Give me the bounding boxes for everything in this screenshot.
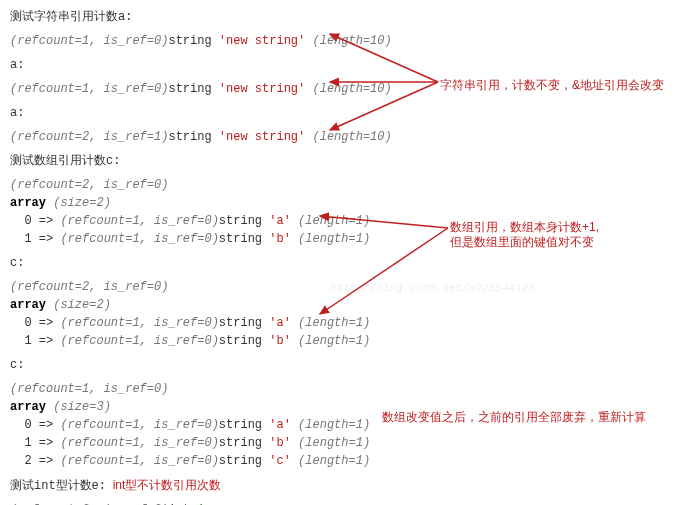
sec7-note: int型不计数引用次数: [106, 478, 221, 492]
array-kw: array: [10, 298, 46, 312]
sec6-title: c:: [10, 356, 688, 374]
key-text: 0: [10, 418, 39, 432]
sec4-title: 测试数组引用计数c:: [10, 152, 688, 170]
arrow-text: =>: [39, 334, 53, 348]
sec6-row2: 2 => (refcount=1, is_ref=0)string 'c' (l…: [10, 452, 688, 470]
value-text: 'a': [269, 214, 291, 228]
sec3-dump: (refcount=2, is_ref=1)string 'new string…: [10, 128, 688, 146]
refcount-text: (refcount=1, is_ref=0): [53, 316, 219, 330]
sec5-row0: 0 => (refcount=1, is_ref=0)string 'a' (l…: [10, 314, 688, 332]
type-text: string: [219, 214, 269, 228]
value-text: 'a': [269, 418, 291, 432]
key-text: 0: [10, 316, 39, 330]
sec4-array: array (size=2): [10, 194, 688, 212]
length-text: (length=1): [291, 232, 370, 246]
sec1-dump: (refcount=1, is_ref=0)string 'new string…: [10, 32, 688, 50]
value-text: 'new string': [219, 82, 305, 96]
sec5-title: c:: [10, 254, 688, 272]
sec4-ref: (refcount=2, is_ref=0): [10, 176, 688, 194]
type-text: string: [219, 436, 269, 450]
type-text: string: [168, 82, 218, 96]
refcount-text: (refcount=1, is_ref=0): [53, 418, 219, 432]
arrow-text: =>: [39, 418, 53, 432]
sec7-dump: (refcount=0, is_ref=0)int 1: [10, 501, 688, 505]
value-text: 'new string': [219, 130, 305, 144]
refcount-text: (refcount=1, is_ref=0): [53, 232, 219, 246]
sec7-line: 测试int型计数e: int型不计数引用次数: [10, 476, 688, 495]
array-size: (size=2): [46, 298, 111, 312]
sec7-title: 测试int型计数e:: [10, 479, 106, 493]
arrow-text: =>: [39, 436, 53, 450]
array-size: (size=3): [46, 400, 111, 414]
array-kw: array: [10, 196, 46, 210]
type-text: string: [219, 334, 269, 348]
value-text: 'a': [269, 316, 291, 330]
arrow-text: =>: [39, 214, 53, 228]
value-text: 'b': [269, 334, 291, 348]
length-text: (length=10): [305, 130, 391, 144]
length-text: (length=1): [291, 334, 370, 348]
refcount-text: (refcount=1, is_ref=0): [10, 34, 168, 48]
value-text: 'b': [269, 436, 291, 450]
array-kw: array: [10, 400, 46, 414]
type-text: string: [168, 130, 218, 144]
sec5-row1: 1 => (refcount=1, is_ref=0)string 'b' (l…: [10, 332, 688, 350]
length-text: (length=10): [305, 34, 391, 48]
sec5-array: array (size=2): [10, 296, 688, 314]
length-text: (length=1): [291, 436, 370, 450]
refcount-text: (refcount=1, is_ref=0): [10, 82, 168, 96]
length-text: (length=1): [291, 214, 370, 228]
sec6-row1: 1 => (refcount=1, is_ref=0)string 'b' (l…: [10, 434, 688, 452]
sec1-title: 测试字符串引用计数a:: [10, 8, 688, 26]
key-text: 1: [10, 334, 39, 348]
type-text: string: [219, 454, 269, 468]
watermark: http://blog.csdn.net/a923544197: [330, 280, 535, 297]
arrow-text: =>: [39, 316, 53, 330]
annotation-string: 字符串引用，计数不变，&地址引用会改变: [440, 76, 664, 94]
value-text: 'b': [269, 232, 291, 246]
sec6-ref: (refcount=1, is_ref=0): [10, 380, 688, 398]
annotation-change: 数组改变值之后，之前的引用全部废弃，重新计算: [382, 408, 646, 426]
refcount-text: (refcount=1, is_ref=0): [53, 436, 219, 450]
type-text: string: [219, 232, 269, 246]
sec3-title: a:: [10, 104, 688, 122]
type-text: string: [219, 316, 269, 330]
arrow-text: =>: [39, 454, 53, 468]
length-text: (length=1): [291, 418, 370, 432]
length-text: (length=1): [291, 316, 370, 330]
type-text: string: [168, 34, 218, 48]
length-text: (length=1): [291, 454, 370, 468]
key-text: 2: [10, 454, 39, 468]
refcount-text: (refcount=1, is_ref=0): [53, 334, 219, 348]
key-text: 1: [10, 436, 39, 450]
refcount-text: (refcount=2, is_ref=1): [10, 130, 168, 144]
arrow-text: =>: [39, 232, 53, 246]
refcount-text: (refcount=1, is_ref=0): [53, 454, 219, 468]
type-text: string: [219, 418, 269, 432]
annotation-array-b: 但是数组里面的键值对不变: [450, 233, 594, 251]
value-text: 'new string': [219, 34, 305, 48]
key-text: 1: [10, 232, 39, 246]
length-text: (length=10): [305, 82, 391, 96]
value-text: 'c': [269, 454, 291, 468]
array-size: (size=2): [46, 196, 111, 210]
refcount-text: (refcount=1, is_ref=0): [53, 214, 219, 228]
key-text: 0: [10, 214, 39, 228]
sec2-title: a:: [10, 56, 688, 74]
